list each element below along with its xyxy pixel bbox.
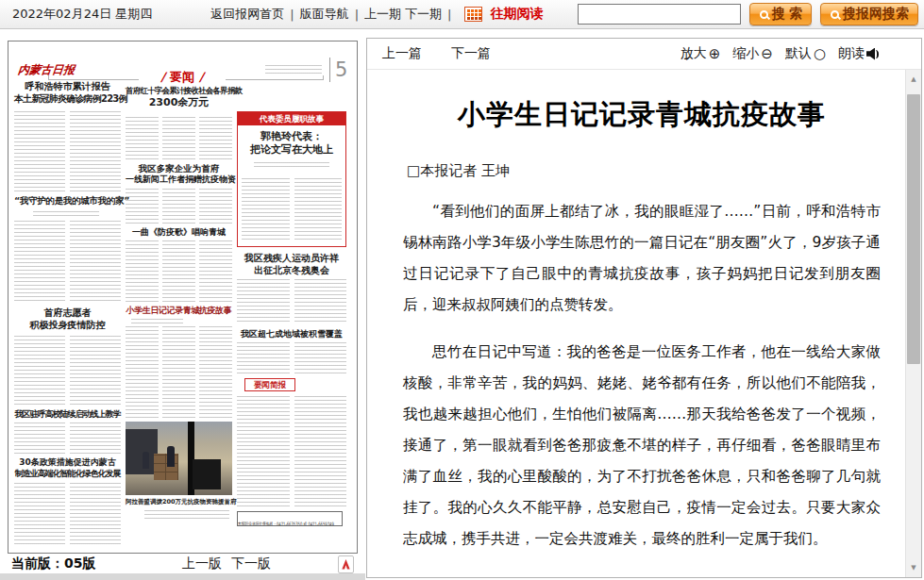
article-body-microtext [14,221,121,304]
article-body-microtext [126,326,232,419]
scrollbar[interactable]: ▲ ▼ [905,70,921,577]
ethics-hotline-box: 本报职业道德监督热线：0471-6635350 或 0471-6659749 [237,511,343,526]
article-body-microtext [242,178,342,241]
scroll-up-icon[interactable]: ▲ [906,72,921,87]
issue-date: 2022年02月24日 星期四 [12,6,152,23]
page-number: 5 [329,58,347,82]
search-icon [830,9,840,20]
article-body-microtext [237,342,346,373]
default-size-button[interactable]: 默认○ [785,45,826,62]
zoom-in-icon: ⊕ [709,47,721,61]
bottom-strip [0,573,365,580]
site-search-button-label: 搜报网搜索 [843,6,909,23]
headline-enterprise-donation[interactable]: 我区多家企业为首府 一线新闻工作者捐赠抗疫物资 [126,163,232,186]
newspaper-masthead-logo: 内蒙古日报 [17,62,76,78]
byline-microtext [254,162,329,167]
separator: | [355,8,359,22]
article-author: □本报记者 王坤 [407,162,881,180]
slash-decor: / [199,70,204,84]
headline-online-teaching[interactable]: 我区驻呼高校陆续启动线上教学 [14,409,121,421]
forklift-shape [193,459,221,489]
next-issue-link[interactable]: 下一期 [405,6,442,23]
topbar-nav: 返回报网首页| 版面导航| 上一期 下一期| 往期阅读 [210,6,543,23]
home-link[interactable]: 返回报网首页 [210,6,284,23]
separator: | [290,8,294,22]
current-page-label: 当前版：05版 [11,555,95,572]
article-panel: 上一篇 下一篇 放大⊕ 缩小⊖ 默认○ 朗读 小学生日记记录青城抗疫故事 □本报… [366,38,922,578]
site-search-button[interactable]: 搜报网搜索 [820,3,918,25]
supply-boxes-shape [154,454,178,480]
article-body-microtext [126,117,232,160]
person-silhouette [143,452,149,469]
headline-guarding-city[interactable]: “我守护的是我的城市我的家” [14,195,121,207]
article-body-microtext [126,189,232,224]
view-controls: 放大⊕ 缩小⊖ 默认○ 朗读 [680,45,880,62]
search-input[interactable] [578,4,741,25]
article-body-microtext [14,423,121,455]
scroll-down-icon[interactable]: ▼ [906,560,921,575]
page-pager: 当前版：05版 上一版 下一版 [8,555,358,572]
next-article-link[interactable]: 下一篇 [451,45,491,62]
news-brief-tag[interactable]: 要闻简报 [244,378,295,391]
zoom-in-button[interactable]: 放大⊕ [680,45,721,62]
article-body-microtext [14,483,121,545]
section-title: /要闻/ [139,69,226,86]
prev-page-link[interactable]: 上一版 [182,555,222,572]
headline-paralympian[interactable]: 我区残疾人运动员许祥 出征北京冬残奥会 [237,252,346,276]
article-paragraph: 思竹的爸爸陈波是呼和浩特市第一医院的一名神经外科医生，2月17日开始，被抽调到呼… [403,571,881,577]
article-paragraph: “看到他们的面屏上都结了冰，我的眼眶湿了……”日前，呼和浩特市锡林南路小学3年级… [403,196,881,321]
headline-antiepidemic-song[interactable]: 一曲《防疫歌》唱响青城 [126,227,232,239]
pdf-icon[interactable] [338,555,354,573]
prev-article-link[interactable]: 上一篇 [382,45,422,62]
column-tag: 代表委员履职故事 [238,112,345,125]
headline-deputy-guo[interactable]: 郭艳玲代表： 把论文写在大地上 [238,130,345,157]
news-photo[interactable] [126,422,232,495]
scrollbar-thumb[interactable] [907,94,920,364]
separator: | [447,8,451,22]
article-body-microtext [126,240,232,303]
search-button[interactable]: 搜 索 [749,3,812,25]
truck-shape [126,429,158,474]
slash-decor: / [160,70,165,84]
photo-credit-microtext [144,510,229,522]
article-body-microtext [237,279,346,324]
default-size-icon: ○ [814,47,826,61]
topbar: 2022年02月24日 星期四 返回报网首页| 版面导航| 上一期 下一期| 往… [0,0,924,29]
headline-covid-cases[interactable]: 呼和浩特市累计报告 本土新冠肺炎确诊病例223例 [14,80,121,105]
featured-story-box[interactable]: 代表委员履职故事 郭艳玲代表： 把论文写在大地上 [237,111,346,247]
page-navigation-link[interactable]: 版面导航 [300,6,349,23]
archive-link[interactable]: 往期阅读 [490,6,543,23]
page-thumbnail[interactable]: 内蒙古日报 /要闻/ 5 呼和浩特市累计报告 本土新冠肺炎确诊病例223例 “我… [8,41,358,554]
byline-microtext [33,211,99,217]
headline-redcross-donation[interactable]: 首府红十字会累计接收社会各界捐款 2300余万元 [126,86,232,109]
search-area: 搜 索 搜报网搜索 [578,3,918,25]
headline-snow-coverage[interactable]: 我区超七成地域被积雪覆盖 [237,329,346,340]
calendar-icon [464,7,482,22]
article-paragraph: 思竹在日记中写道：我的爸爸是一位医务工作者，他在一线给大家做核酸，非常辛苦，我的… [403,337,881,555]
photo-caption: 阿拉善盟调拨200万元抗疫物资驰援首府 [126,498,232,505]
next-page-link[interactable]: 下一版 [231,555,271,572]
article-body-microtext [237,396,346,507]
person-silhouette [167,446,175,467]
epaper-app: 2022年02月24日 星期四 返回报网首页| 版面导航| 上一期 下一期| 往… [0,0,924,580]
headline-current-article[interactable]: 小学生日记记录青城抗疫故事 [126,306,232,317]
zoom-out-icon: ⊖ [761,47,773,61]
article-toolbar: 上一篇 下一篇 放大⊕ 缩小⊖ 默认○ 朗读 [367,39,921,70]
prev-issue-link[interactable]: 上一期 [364,6,401,23]
search-button-label: 搜 索 [772,6,802,23]
headline-manufacturing-policy[interactable]: 30条政策措施促进内蒙古 制造业高端化智能化绿色化发展 [14,457,121,479]
headline-volunteers[interactable]: 首府志愿者 积极投身疫情防控 [14,307,121,331]
article-body-microtext [14,111,121,192]
speaker-icon [866,48,880,60]
article-content: 小学生日记记录青城抗疫故事 □本报记者 王坤 “看到他们的面屏上都结了冰，我的眼… [367,70,905,577]
read-aloud-button[interactable]: 朗读 [838,45,880,62]
search-icon [759,9,769,20]
article-title: 小学生日记记录青城抗疫故事 [403,96,881,134]
article-body-microtext [14,336,121,406]
edition-credits-microtext [265,65,322,75]
byline-microtext [131,319,183,323]
zoom-out-button[interactable]: 缩小⊖ [732,45,773,62]
